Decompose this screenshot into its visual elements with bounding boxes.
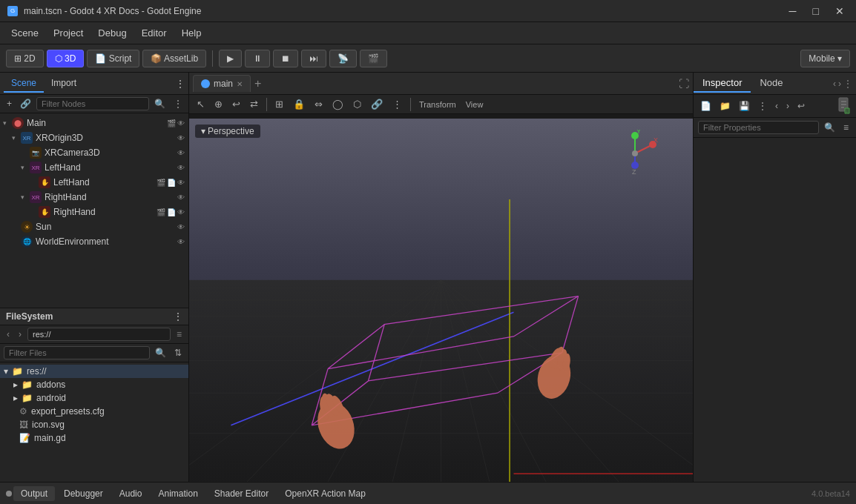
fs-item-res[interactable]: ▾ 📁 res:// (0, 365, 188, 378)
rotate-tool-button[interactable]: ↩ (228, 97, 244, 111)
stop-button[interactable]: ⏹ (273, 50, 298, 67)
script-button[interactable]: 📄 Script (87, 50, 139, 67)
fs-item-addons[interactable]: ▸ 📁 addons (0, 378, 188, 391)
fs-item-icon-svg[interactable]: 🖼 icon.svg (0, 418, 188, 431)
bottom-tab-debugger[interactable]: Debugger (56, 486, 111, 501)
editor-tab-main[interactable]: main ✕ (193, 75, 251, 92)
menu-debug[interactable]: Debug (90, 24, 134, 42)
inspector-reset-button[interactable]: ↩ (794, 99, 808, 113)
tree-item-righthand-parent[interactable]: ▾ XR RightHand 👁 (0, 190, 188, 205)
add-tab-button[interactable]: + (251, 77, 265, 90)
fs-layout-button[interactable]: ≡ (174, 328, 185, 340)
filter-files-search-button[interactable]: 🔍 (152, 346, 169, 359)
fs-options-button[interactable]: ⋮ (174, 311, 182, 322)
eye-icon-righthand-child[interactable]: 👁 (177, 208, 185, 216)
assetlib-button[interactable]: 📦 AssetLib (142, 50, 206, 67)
eye-icon-lefthand-parent[interactable]: 👁 (177, 164, 185, 172)
link-tool-button[interactable]: 🔗 (367, 97, 386, 111)
filter-props-options-button[interactable]: ≡ (840, 121, 852, 134)
tree-item-xrcamera[interactable]: ▸ 📷 XRCamera3D 👁 (0, 145, 188, 160)
mode-2d-button[interactable]: ⊞ 2D (6, 50, 44, 67)
snap-tool-button[interactable]: 🔒 (289, 97, 309, 111)
grid-tool-button[interactable]: ⊞ (271, 97, 287, 111)
inspector-more-button[interactable]: ⋮ (843, 79, 852, 89)
bottom-tab-openxr[interactable]: OpenXR Action Map (277, 486, 373, 501)
fs-item-android[interactable]: ▸ 📁 android (0, 391, 188, 405)
movie-button[interactable]: 🎬 (360, 50, 387, 67)
tab-fullscreen-button[interactable]: ⛶ (679, 78, 689, 90)
tree-arrow-main[interactable]: ▾ (3, 119, 12, 127)
menu-scene[interactable]: Scene (4, 24, 46, 42)
eye-icon-main[interactable]: 👁 (177, 119, 185, 127)
tab-inspector[interactable]: Inspector (694, 74, 751, 93)
bottom-tab-shader-editor[interactable]: Shader Editor (207, 486, 276, 501)
view-tool-button[interactable]: ⬡ (349, 97, 365, 111)
viewport-3d[interactable]: ▾ Perspective Y X (189, 119, 693, 482)
tree-arrow-xrcamera[interactable]: ▸ (21, 149, 30, 156)
fs-path-input[interactable] (27, 328, 171, 341)
inspector-history-back[interactable]: ‹ (772, 99, 781, 113)
film-icon-lefthand[interactable]: 🎬 (157, 179, 165, 187)
tab-close-main[interactable]: ✕ (237, 80, 243, 88)
move-tool-button[interactable]: ⊕ (211, 97, 226, 111)
inspector-more-actions[interactable]: ⋮ (755, 99, 770, 113)
open-resource-button[interactable]: 📁 (717, 99, 734, 113)
eye-icon-xrcamera[interactable]: 👁 (177, 149, 185, 157)
filter-files-sort-button[interactable]: ⇅ (171, 346, 185, 359)
filter-files-input[interactable] (4, 346, 150, 359)
tree-item-lefthand-child[interactable]: ▸ ✋ LeftHand 🎬 📄 👁 (0, 175, 188, 190)
menu-help[interactable]: Help (174, 24, 209, 42)
search-nodes-button[interactable]: 🔍 (151, 97, 168, 110)
inspector-forward-button[interactable]: › (838, 79, 841, 89)
transform-button[interactable]: Transform (415, 99, 460, 110)
tree-item-lefthand-parent[interactable]: ▾ XR LeftHand 👁 (0, 160, 188, 175)
play-button[interactable]: ▶ (219, 50, 242, 67)
pause-button[interactable]: ⏸ (245, 50, 270, 67)
maximize-button[interactable]: □ (809, 4, 823, 19)
step-button[interactable]: ⏭ (301, 50, 326, 67)
tree-item-worldenv[interactable]: ▸ 🌐 WorldEnvironment 👁 (0, 234, 188, 249)
mode-3d-button[interactable]: ⬡ 3D (47, 50, 85, 67)
bottom-tab-audio[interactable]: Audio (112, 486, 150, 501)
menu-editor[interactable]: Editor (134, 24, 174, 42)
film-icon-main[interactable]: 🎬 (167, 119, 176, 127)
minimize-button[interactable]: ─ (785, 4, 801, 19)
fs-back-button[interactable]: ‹ (4, 328, 13, 340)
gizmo-tool-button[interactable]: ⇔ (311, 97, 326, 111)
doc-icon-righthand[interactable]: 📄 (167, 208, 176, 216)
scale-tool-button[interactable]: ⇄ (246, 97, 262, 111)
tree-arrow-xrorigin[interactable]: ▾ (12, 134, 21, 142)
bottom-tab-animation[interactable]: Animation (151, 486, 205, 501)
tree-arrow-lefthand-child[interactable]: ▸ (30, 179, 39, 186)
filter-nodes-input[interactable] (36, 97, 149, 110)
tree-arrow-righthand-child[interactable]: ▸ (30, 208, 39, 216)
tree-item-sun[interactable]: ▸ ☀ Sun 👁 (0, 219, 188, 234)
tree-arrow-worldenv[interactable]: ▸ (12, 238, 21, 245)
camera-tool-button[interactable]: ◯ (329, 97, 347, 111)
renderer-button[interactable]: Mobile ▾ (800, 50, 850, 67)
new-resource-button[interactable]: 📄 (697, 99, 714, 113)
inspector-history-forward[interactable]: › (783, 99, 792, 113)
menu-project[interactable]: Project (46, 24, 90, 42)
view-button[interactable]: View (462, 99, 487, 110)
eye-icon-righthand-parent[interactable]: 👁 (177, 193, 185, 202)
eye-icon-sun[interactable]: 👁 (177, 223, 185, 231)
more-tool-button[interactable]: ⋮ (389, 97, 406, 111)
scene-options-button[interactable]: ⋮ (171, 97, 185, 110)
eye-icon-worldenv[interactable]: 👁 (177, 238, 185, 246)
instance-button[interactable]: 🔗 (17, 97, 34, 110)
add-node-button[interactable]: + (4, 97, 15, 110)
filter-props-search-button[interactable]: 🔍 (821, 121, 838, 134)
scene-panel-options[interactable]: ⋮ (176, 79, 185, 89)
tree-item-xrorigin[interactable]: ▾ XR XROrigin3D 👁 (0, 130, 188, 145)
tree-arrow-lefthand[interactable]: ▾ (21, 164, 30, 171)
tree-arrow-righthand[interactable]: ▾ (21, 193, 30, 201)
fs-forward-button[interactable]: › (16, 328, 24, 340)
tab-scene[interactable]: Scene (4, 75, 44, 93)
fs-item-export-presets[interactable]: ⚙ export_presets.cfg (0, 405, 188, 418)
close-button[interactable]: ✕ (831, 4, 849, 19)
inspector-back-button[interactable]: ‹ (833, 79, 836, 89)
tab-import[interactable]: Import (44, 75, 84, 93)
tree-item-main[interactable]: ▾ ⬤ Main 🎬 👁 (0, 116, 188, 130)
tab-node[interactable]: Node (751, 74, 791, 93)
